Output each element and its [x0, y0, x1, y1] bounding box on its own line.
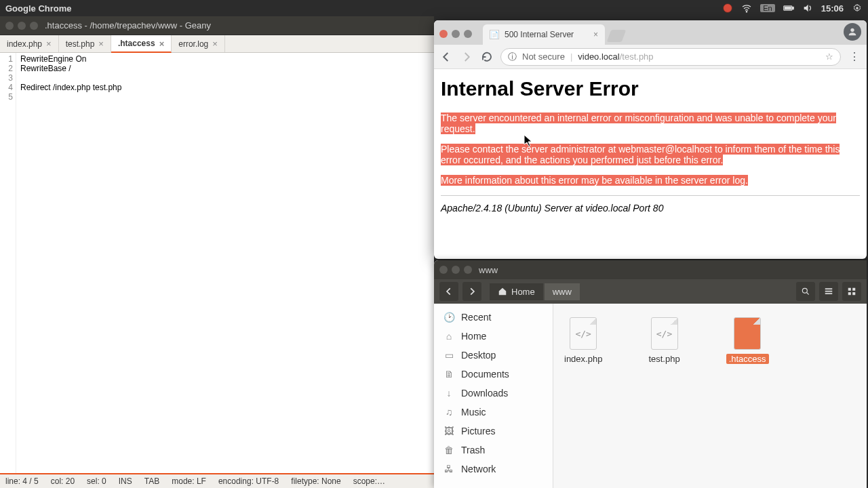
tab-title: 500 Internal Server: [505, 30, 574, 39]
geany-statusbar: line: 4 / 5 col: 20 sel: 0 INS TAB mode:…: [0, 473, 434, 488]
menu-button[interactable]: ⋮: [848, 50, 861, 64]
config-file-icon: [734, 317, 761, 350]
file-htaccess[interactable]: .htaccess: [724, 314, 772, 367]
url-text: video.local/test.php: [578, 52, 653, 62]
svg-rect-2: [792, 7, 793, 9]
active-app-title: Google Chrome: [5, 3, 72, 14]
close-icon[interactable]: [439, 266, 448, 274]
error-paragraph-3: More information about this error may be…: [441, 175, 748, 186]
close-icon[interactable]: [439, 30, 448, 38]
page-title: Internal Server Error: [441, 77, 860, 100]
reload-button[interactable]: [480, 50, 494, 64]
svg-rect-8: [825, 291, 833, 292]
code-content[interactable]: RewriteEngine On RewriteBase / Redirect …: [16, 53, 434, 473]
sidebar-item-downloads[interactable]: ↓Downloads: [434, 384, 553, 403]
star-icon[interactable]: ☆: [825, 52, 833, 62]
chrome-toolbar: ⓘ Not secure | video.local/test.php ☆ ⋮: [434, 45, 867, 69]
sidebar-item-desktop[interactable]: ▭Desktop: [434, 346, 553, 365]
volume-icon[interactable]: [802, 3, 813, 14]
search-button[interactable]: [796, 282, 815, 301]
svg-point-0: [747, 12, 747, 12]
files-grid[interactable]: </> index.php </> test.php .htaccess: [553, 304, 867, 488]
wifi-icon[interactable]: [741, 3, 752, 14]
sidebar-item-recent[interactable]: 🕑Recent: [434, 308, 553, 327]
close-icon[interactable]: ×: [98, 39, 104, 49]
sidebar-item-documents[interactable]: 🗎Documents: [434, 365, 553, 384]
svg-rect-11: [852, 288, 855, 291]
close-icon[interactable]: ×: [593, 30, 598, 39]
address-bar[interactable]: ⓘ Not secure | video.local/test.php ☆: [500, 48, 841, 66]
server-signature: Apache/2.4.18 (Ubuntu) Server at video.l…: [441, 203, 860, 214]
sidebar-item-trash[interactable]: 🗑Trash: [434, 441, 553, 460]
new-tab-button[interactable]: [607, 30, 627, 42]
status-line: line: 4 / 5: [5, 476, 39, 486]
close-icon[interactable]: [5, 22, 14, 30]
close-icon[interactable]: ×: [212, 39, 218, 49]
music-icon: ♫: [443, 407, 454, 418]
path-www[interactable]: www: [545, 283, 580, 300]
files-window: www Home www 🕑Recent ⌂Home ▭Desktop 🗎Doc…: [434, 260, 867, 488]
back-button[interactable]: [439, 50, 453, 64]
status-ins: INS: [119, 476, 132, 486]
sidebar-item-network[interactable]: 🖧Network: [434, 460, 553, 479]
record-icon[interactable]: [722, 3, 733, 14]
back-button[interactable]: [439, 282, 458, 301]
svg-rect-12: [848, 292, 851, 295]
error-paragraph-2: Please contact the server administrator …: [441, 144, 840, 165]
maximize-icon[interactable]: [464, 266, 472, 274]
forward-button[interactable]: [460, 50, 473, 64]
home-icon: ⌂: [443, 331, 454, 342]
minimize-icon[interactable]: [452, 266, 460, 274]
path-home[interactable]: Home: [490, 283, 543, 300]
clock[interactable]: 15:06: [821, 3, 844, 14]
language-indicator[interactable]: En: [760, 4, 774, 12]
system-tray: En 15:06: [722, 3, 863, 14]
minimize-icon[interactable]: [452, 30, 460, 38]
files-titlebar[interactable]: www: [434, 260, 867, 279]
status-encoding: encoding: UTF-8: [218, 476, 279, 486]
grid-view-button[interactable]: [842, 282, 861, 301]
close-icon[interactable]: ×: [46, 39, 52, 49]
desktop-icon: ▭: [443, 350, 454, 361]
battery-icon[interactable]: [783, 3, 794, 14]
svg-rect-10: [848, 288, 851, 291]
editor-area[interactable]: 1 2 3 4 5 RewriteEngine On RewriteBase /…: [0, 53, 434, 473]
svg-point-4: [856, 7, 859, 9]
close-icon[interactable]: ×: [159, 39, 165, 49]
file-test-php[interactable]: </> test.php: [646, 314, 682, 367]
sidebar-item-music[interactable]: ♫Music: [434, 403, 553, 422]
tab-error-log[interactable]: error.log×: [172, 35, 225, 52]
svg-rect-13: [852, 292, 855, 295]
browser-tab[interactable]: 📄 500 Internal Server ×: [483, 24, 605, 45]
tab-test-php[interactable]: test.php×: [59, 35, 111, 52]
tab-index-php[interactable]: index.php×: [0, 35, 59, 52]
list-view-button[interactable]: [819, 282, 838, 301]
profile-button[interactable]: [844, 23, 861, 41]
tab-htaccess[interactable]: .htaccess×: [111, 35, 172, 53]
maximize-icon[interactable]: [30, 22, 38, 30]
svg-rect-9: [825, 293, 833, 294]
pictures-icon: 🖼: [443, 426, 454, 436]
sidebar-item-pictures[interactable]: 🖼Pictures: [434, 422, 553, 441]
error-paragraph-1: The server encountered an internal error…: [441, 113, 836, 134]
trash-icon: 🗑: [443, 445, 454, 455]
svg-point-5: [850, 28, 854, 32]
file-index-php[interactable]: </> index.php: [561, 314, 605, 367]
page-content: Internal Server Error The server encount…: [434, 69, 867, 259]
chrome-tabbar: 📄 500 Internal Server ×: [434, 20, 867, 45]
forward-button[interactable]: [462, 282, 481, 301]
minimize-icon[interactable]: [18, 22, 26, 30]
code-file-icon: </>: [570, 317, 597, 350]
geany-titlebar[interactable]: .htaccess - /home/trepachev/www - Geany: [0, 16, 434, 35]
geany-title: .htaccess - /home/trepachev/www - Geany: [45, 20, 211, 30]
status-mode: mode: LF: [172, 476, 206, 486]
svg-rect-3: [785, 7, 791, 9]
info-icon[interactable]: ⓘ: [508, 51, 517, 63]
geany-tabbar: index.php× test.php× .htaccess× error.lo…: [0, 35, 434, 53]
line-gutter: 1 2 3 4 5: [0, 53, 16, 473]
network-icon: 🖧: [443, 464, 454, 474]
sidebar-item-home[interactable]: ⌂Home: [434, 327, 553, 346]
maximize-icon[interactable]: [464, 30, 472, 38]
code-file-icon: </>: [651, 317, 678, 350]
settings-gear-icon[interactable]: [852, 3, 863, 14]
